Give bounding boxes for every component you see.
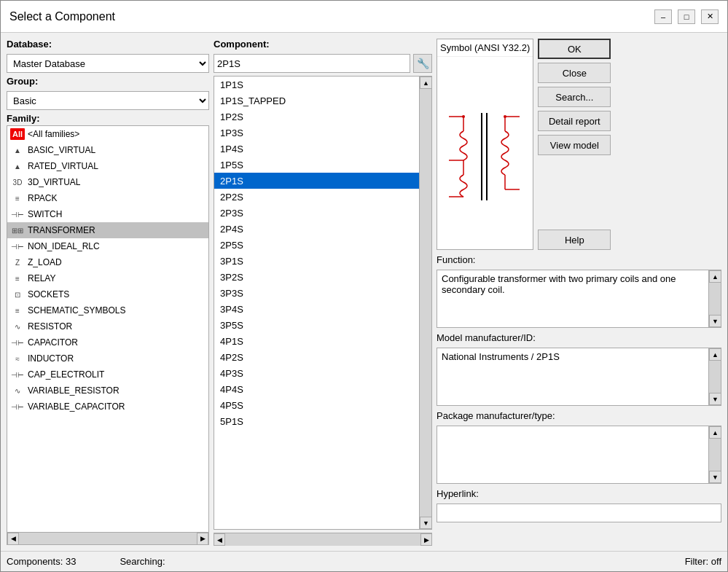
family-scroll-right[interactable]: ▶: [197, 533, 208, 545]
family-item-14[interactable]: ≈INDUCTOR: [7, 350, 208, 367]
component-header: 🔧: [214, 54, 432, 73]
component-item-0[interactable]: 1P1S: [214, 77, 419, 93]
family-icon-schematic: ≡: [10, 305, 25, 316]
component-input[interactable]: [214, 54, 410, 73]
component-item-12[interactable]: 3P2S: [214, 269, 419, 285]
component-item-11[interactable]: 3P1S: [214, 253, 419, 269]
comp-scroll-right[interactable]: ▶: [420, 533, 432, 546]
family-label: Family:: [7, 113, 209, 124]
database-dropdown-row: Master Database: [7, 54, 209, 73]
database-label: Database:: [7, 39, 209, 50]
family-item-13[interactable]: ⊣⊢CAPACITOR: [7, 334, 208, 350]
family-item-2[interactable]: ▲RATED_VIRTUAL: [7, 158, 208, 174]
family-item-label-4: RPACK: [28, 193, 57, 203]
comp-scroll-track[interactable]: [420, 89, 431, 517]
group-select[interactable]: Basic: [7, 91, 209, 110]
model-scroll-track[interactable]: [709, 361, 721, 393]
family-icon-non_ideal: ⊣⊢: [10, 240, 25, 252]
view-model-button[interactable]: View model: [538, 135, 611, 155]
component-item-10[interactable]: 2P5S: [214, 237, 419, 253]
component-item-17[interactable]: 4P2S: [214, 349, 419, 365]
func-scroll-track[interactable]: [709, 283, 721, 315]
component-list: 1P1S1P1S_TAPPED1P2S1P3S1P4S1P5S2P1S2P2S2…: [214, 77, 419, 529]
model-manufacturer-value: National Instruments / 2P1S: [437, 348, 708, 405]
component-item-14[interactable]: 3P4S: [214, 301, 419, 317]
family-item-9[interactable]: ≡RELAY: [7, 270, 208, 286]
family-item-1[interactable]: ▲BASIC_VIRTUAL: [7, 142, 208, 158]
family-item-17[interactable]: ⊣⊢VARIABLE_CAPACITOR: [7, 399, 208, 415]
ok-button[interactable]: OK: [538, 39, 611, 59]
component-item-19[interactable]: 4P4S: [214, 381, 419, 397]
family-item-0[interactable]: All<All families>: [7, 126, 208, 142]
family-item-label-16: VARIABLE_RESISTOR: [28, 385, 120, 396]
search-button[interactable]: Search...: [538, 87, 611, 107]
family-icon-var_resistor: ∿: [10, 385, 25, 396]
maximize-button[interactable]: □: [678, 9, 695, 24]
family-item-label-5: SWITCH: [28, 209, 62, 219]
family-item-label-10: SOCKETS: [28, 289, 69, 299]
minimize-button[interactable]: –: [654, 9, 672, 24]
family-icon-rated_virtual: ▲: [10, 160, 25, 172]
comp-scroll-htrack[interactable]: [225, 533, 420, 546]
component-item-3[interactable]: 1P3S: [214, 125, 419, 141]
family-item-10[interactable]: ⊡SOCKETS: [7, 286, 208, 302]
family-item-5[interactable]: ⊣⊢SWITCH: [7, 206, 208, 222]
components-count: Components: 33: [7, 556, 76, 567]
family-item-label-7: NON_IDEAL_RLC: [28, 241, 100, 251]
family-item-label-3: 3D_VIRTUAL: [28, 177, 80, 187]
status-bar: Components: 33 Searching: Filter: off: [1, 551, 727, 571]
family-item-label-9: RELAY: [28, 273, 55, 283]
family-item-11[interactable]: ≡SCHEMATIC_SYMBOLS: [7, 302, 208, 318]
component-item-20[interactable]: 4P5S: [214, 397, 419, 413]
family-scroll-track[interactable]: [19, 533, 197, 545]
family-scroll-left[interactable]: ◀: [7, 533, 19, 545]
component-item-21[interactable]: 5P1S: [214, 413, 419, 429]
hyperlink-label: Hyperlink:: [437, 488, 721, 499]
symbol-section: Symbol (ANSI Y32.2): [437, 39, 533, 250]
model-scroll-down[interactable]: ▼: [709, 393, 721, 405]
component-item-1[interactable]: 1P1S_TAPPED: [214, 93, 419, 109]
family-item-7[interactable]: ⊣⊢NON_IDEAL_RLC: [7, 238, 208, 254]
hyperlink-input[interactable]: [437, 504, 721, 522]
family-item-16[interactable]: ∿VARIABLE_RESISTOR: [7, 383, 208, 399]
detail-report-button[interactable]: Detail report: [538, 111, 611, 131]
close-button[interactable]: ✕: [701, 9, 719, 24]
comp-scroll-left[interactable]: ◀: [214, 533, 225, 546]
component-item-9[interactable]: 2P4S: [214, 221, 419, 237]
family-item-label-8: Z_LOAD: [28, 257, 62, 267]
component-item-15[interactable]: 3P5S: [214, 317, 419, 333]
filter-button[interactable]: 🔧: [413, 54, 432, 73]
comp-scroll-down[interactable]: ▼: [420, 517, 432, 529]
component-item-16[interactable]: 4P1S: [214, 333, 419, 349]
help-button[interactable]: Help: [538, 230, 611, 250]
component-item-6[interactable]: 2P1S: [214, 173, 419, 189]
pkg-scroll-track[interactable]: [709, 439, 721, 471]
component-item-7[interactable]: 2P2S: [214, 189, 419, 205]
component-vscrollbar: ▲ ▼: [419, 77, 431, 529]
func-scroll-down[interactable]: ▼: [709, 315, 721, 327]
family-item-8[interactable]: ZZ_LOAD: [7, 254, 208, 270]
component-item-2[interactable]: 1P2S: [214, 109, 419, 125]
component-item-8[interactable]: 2P3S: [214, 205, 419, 221]
family-item-4[interactable]: ≡RPACK: [7, 190, 208, 206]
family-item-3[interactable]: 3D3D_VIRTUAL: [7, 174, 208, 190]
database-select[interactable]: Master Database: [7, 54, 209, 73]
model-scroll-up[interactable]: ▲: [709, 348, 721, 361]
component-item-13[interactable]: 3P3S: [214, 285, 419, 301]
func-scroll-up[interactable]: ▲: [709, 270, 721, 283]
component-item-4[interactable]: 1P4S: [214, 141, 419, 157]
comp-scroll-up[interactable]: ▲: [420, 77, 432, 89]
family-item-label-13: CAPACITOR: [28, 337, 78, 348]
pkg-scroll-up[interactable]: ▲: [709, 426, 721, 439]
family-item-6[interactable]: ⊞⊞TRANSFORMER: [7, 222, 208, 238]
family-item-12[interactable]: ∿RESISTOR: [7, 318, 208, 334]
component-item-18[interactable]: 4P3S: [214, 365, 419, 381]
pkg-scroll-down[interactable]: ▼: [709, 471, 721, 483]
main-window: Select a Component – □ ✕ Database: Maste…: [0, 0, 728, 572]
family-icon-rpack: ≡: [10, 192, 25, 204]
component-item-5[interactable]: 1P5S: [214, 157, 419, 173]
close-dialog-button[interactable]: Close: [538, 63, 611, 83]
middle-panel: Component: 🔧 1P1S1P1S_TAPPED1P2S1P3S1P4S…: [214, 39, 432, 545]
family-item-15[interactable]: ⊣⊢CAP_ELECTROLIT: [7, 367, 208, 383]
group-dropdown-row: Basic: [7, 91, 209, 110]
